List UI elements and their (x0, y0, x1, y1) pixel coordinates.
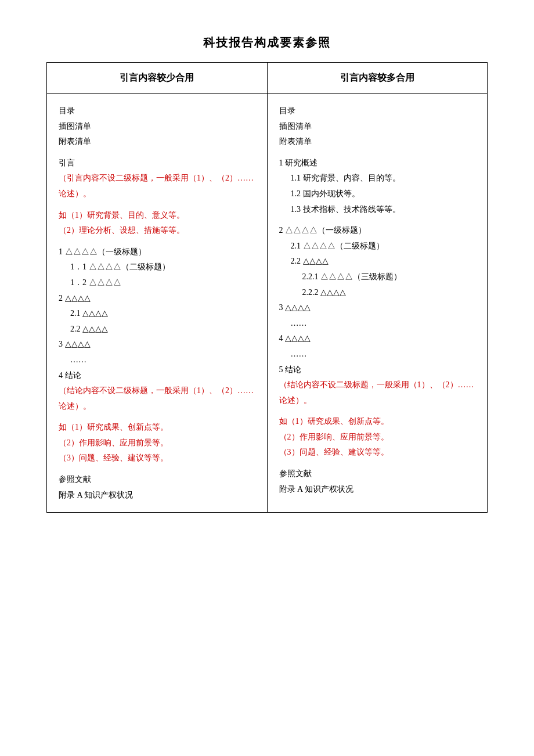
col2-frontmatter-item-3: 附表清单 (279, 134, 476, 150)
col1-section1-1: 1．1 △△△△（二级标题） (59, 260, 255, 275)
col2-section2-2-2: 2.2.2 △△△△ (279, 285, 476, 301)
col2-frontmatter: 目录 插图清单 附表清单 (279, 103, 476, 150)
col2-section5: 5 结论 (279, 362, 476, 378)
col2-conclusion-example: 如（1）研究成果、创新点等。 （2）作用影响、应用前景等。 （3）问题、经验、建… (279, 414, 476, 460)
col2-frontmatter-item-2: 插图清单 (279, 119, 476, 135)
col1-conclusion-example: 如（1）研究成果、创新点等。 （2）作用影响、应用前景等。 （3）问题、经验、建… (59, 420, 255, 466)
col2-ellipsis2: …… (279, 347, 476, 362)
col1-frontmatter-item-1: 目录 (59, 103, 255, 119)
col1-frontmatter-item-3: 附表清单 (59, 134, 255, 150)
page-title: 科技报告构成要素参照 (203, 35, 331, 51)
col2-section-overview-1: 1.1 研究背景、内容、目的等。 (279, 171, 476, 186)
col1-conclusion-note: （结论内容不设二级标题，一般采用（1）、（2）……论述）。 (59, 383, 255, 414)
col1-frontmatter: 目录 插图清单 附表清单 (59, 103, 255, 150)
col2-ellipsis1: …… (279, 316, 476, 332)
col2-section2-2: 2.2 △△△△ (279, 254, 476, 269)
col1-cell: 目录 插图清单 附表清单 引言 （引言内容不设二级标题，一般采用（1）、（2）…… (47, 94, 268, 513)
col2-section-overview-3: 1.3 技术指标、技术路线等等。 (279, 202, 476, 218)
col1-header: 引言内容较少合用 (47, 63, 268, 94)
col1-intro-note: （引言内容不设二级标题，一般采用（1）、（2）……论述）。 (59, 171, 255, 201)
col2-frontmatter-item-1: 目录 (279, 103, 476, 119)
col2-section3: 3 △△△△ (279, 300, 476, 316)
col2-section-overview-2: 1.2 国内外现状等。 (279, 186, 476, 202)
col2-section4: 4 △△△△ (279, 331, 476, 347)
col1-ellipsis: …… (59, 352, 255, 368)
col1-section2-2: 2.2 △△△△ (59, 322, 255, 337)
col2-backmatter-item-1: 参照文献 (279, 466, 476, 482)
col1-section2-1: 2.1 △△△△ (59, 306, 255, 322)
col1-section3: 3 △△△△ (59, 337, 255, 352)
main-table: 引言内容较少合用 引言内容较多合用 目录 插图清单 附表清单 引言 （引言内容不… (46, 62, 488, 513)
col2-cell: 目录 插图清单 附表清单 1 研究概述 1.1 研究背景、内容、目的等。 1.2… (267, 94, 488, 513)
col1-section4: 4 结论 (59, 368, 255, 384)
col1-frontmatter-item-2: 插图清单 (59, 119, 255, 135)
col2-section-overview: 1 研究概述 (279, 156, 476, 171)
col1-backmatter-item-2: 附录 A 知识产权状况 (59, 488, 255, 503)
col1-section1: 1 △△△△（一级标题） (59, 244, 255, 260)
col2-header: 引言内容较多合用 (267, 63, 488, 94)
col1-section1-2: 1．2 △△△△ (59, 275, 255, 291)
col2-conclusion-note: （结论内容不设二级标题，一般采用（1）、（2）……论述）。 (279, 377, 476, 408)
col1-backmatter-item-1: 参照文献 (59, 472, 255, 488)
col2-section2: 2 △△△△（一级标题） (279, 223, 476, 239)
col2-section2-2-1: 2.2.1 △△△△（三级标题） (279, 269, 476, 285)
col2-section2-1: 2.1 △△△△（二级标题） (279, 239, 476, 254)
col1-section2: 2 △△△△ (59, 291, 255, 307)
col2-backmatter-item-2: 附录 A 知识产权状况 (279, 482, 476, 498)
col1-intro-example: 如（1）研究背景、目的、意义等。 （2）理论分析、设想、措施等等。 (59, 208, 255, 239)
col1-intro-heading: 引言 (59, 156, 255, 171)
